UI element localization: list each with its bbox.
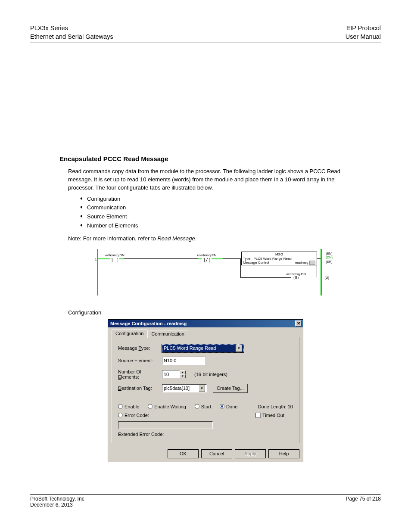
label-message-type: Message Type: — [118, 345, 162, 351]
input-num-elements[interactable]: 10 — [162, 370, 180, 378]
error-code-box — [118, 421, 213, 429]
apply-button[interactable]: Apply — [235, 449, 266, 458]
page-footer: ProSoft Technology, Inc. December 6, 201… — [30, 496, 381, 508]
msg-ellipsis-button[interactable] — [309, 261, 315, 265]
status-done-length: Done Length: 10 — [258, 404, 293, 409]
footer-rule — [30, 494, 381, 495]
bullet-item: Communication — [80, 203, 352, 212]
label-source-element: Source Element: — [118, 358, 162, 363]
cancel-button[interactable]: Cancel — [201, 449, 232, 458]
section-note: Note: For more information, refer to Rea… — [68, 235, 352, 243]
section-intro: Read commands copy data from the module … — [68, 168, 352, 192]
titlebar[interactable]: Message Configuration - readmsg ✕ — [108, 320, 303, 327]
msg-instruction: MSG Type - PLC5 Word Range Read Message … — [241, 252, 317, 266]
page-header: PLX3x Series Ethernet and Serial Gateway… — [30, 24, 381, 41]
status-enable-waiting: Enable Waiting — [148, 404, 186, 409]
tab-communication[interactable]: Communication — [147, 330, 188, 338]
create-tag-button[interactable]: Create Tag... — [213, 384, 248, 393]
contact-writemsg-dn: writemsg.DN ] [ — [102, 253, 128, 262]
close-icon[interactable]: ✕ — [295, 320, 302, 327]
spinner-down-icon[interactable]: ▼ — [180, 374, 186, 378]
status-timed-out[interactable]: Timed Out — [255, 413, 284, 418]
rung-number: 1 — [89, 249, 97, 262]
section-heading: Encapsulated PCCC Read Message — [59, 155, 352, 162]
tab-panel: Message Type: PLC5 Word Range Read ▼ Sou… — [112, 337, 299, 443]
message-config-dialog: Message Configuration - readmsg ✕ Config… — [108, 319, 303, 462]
status-error-code: Error Code: — [118, 413, 149, 418]
tab-strip: Configuration Communication — [112, 329, 299, 337]
bullet-item: Source Element — [80, 212, 352, 221]
footer-page: Page 75 of 218 — [346, 496, 381, 502]
help-button[interactable]: Help — [268, 449, 299, 458]
combo-destination-tag[interactable]: plc5data[10] ▼ — [162, 384, 207, 392]
msg-flags: (EN) (DN) (ER) — [326, 252, 333, 264]
bullet-list: Configuration Communication Source Eleme… — [80, 195, 352, 230]
label-num-elements: Number Of Elements: — [118, 369, 162, 380]
dialog-title: Message Configuration - readmsg — [110, 321, 187, 326]
header-right-1: EIP Protocol — [346, 24, 381, 33]
ladder-diagram: 1 writemsg.DN ] [ readmsg.EN ]/[ — [89, 249, 322, 296]
label-destination-tag: Destination Tag: — [118, 386, 162, 391]
chevron-down-icon[interactable]: ▼ — [199, 385, 205, 392]
branch-flag: (U) — [325, 276, 329, 280]
tab-configuration[interactable]: Configuration — [112, 330, 147, 337]
dialog-caption: Configuration — [68, 309, 352, 316]
contact-readmsg-en: readmsg.EN ]/[ — [194, 253, 220, 262]
header-rule — [30, 43, 381, 43]
ok-button[interactable]: OK — [168, 449, 199, 458]
bullet-item: Configuration — [80, 195, 352, 204]
combo-message-type[interactable]: PLC5 Word Range Read ▼ — [162, 344, 244, 352]
extended-error-label: Extended Error Code: — [118, 432, 293, 437]
bullet-item: Number of Elements — [80, 221, 352, 230]
num-unit: (16-bit integers) — [194, 372, 227, 377]
spinner-up-icon[interactable]: ▲ — [180, 370, 186, 374]
header-left-2: Ethernet and Serial Gateways — [30, 33, 113, 41]
input-source-element[interactable]: N10:0 — [162, 357, 205, 365]
header-left-1: PLX3x Series — [30, 24, 113, 33]
chevron-down-icon[interactable]: ▼ — [236, 345, 242, 352]
status-enable: Enable — [118, 404, 139, 409]
footer-company: ProSoft Technology, Inc. — [30, 496, 86, 502]
status-done: Done — [220, 404, 237, 409]
header-right-2: User Manual — [346, 33, 381, 41]
status-start: Start — [195, 404, 211, 409]
footer-date: December 6, 2013 — [30, 502, 86, 508]
right-rail — [321, 249, 322, 296]
num-elements-spinner[interactable]: ▲ ▼ — [180, 370, 186, 378]
